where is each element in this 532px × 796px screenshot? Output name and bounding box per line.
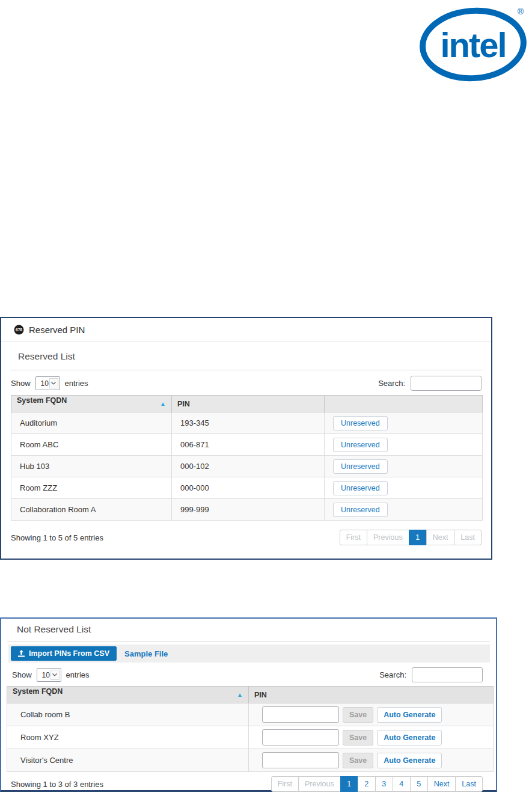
pin-cell: 000-102 — [172, 456, 325, 477]
search-label: Search: — [379, 670, 406, 679]
table-header-row: System FQDN ▲ PIN — [11, 396, 483, 412]
page-length-control: Show 10 entries — [11, 376, 88, 390]
pagination-last: Last — [454, 530, 482, 545]
pagination-page-5[interactable]: 5 — [410, 776, 428, 792]
divider — [10, 370, 483, 370]
table-row: Room ABC 006-871 Unreserved — [11, 434, 483, 456]
sort-ascending-icon: ▲ — [160, 396, 166, 412]
page-size-value: 10 — [42, 671, 50, 679]
entries-summary: Showing 1 to 5 of 5 entries — [11, 533, 103, 542]
search-input[interactable] — [411, 376, 482, 391]
table-header-row: System FQDN ▲ PIN — [7, 687, 494, 703]
pagination: First Previous 1 Next Last — [340, 530, 482, 545]
show-label: Show — [12, 670, 32, 679]
column-header-pin[interactable]: PIN — [249, 687, 494, 703]
auto-generate-button[interactable]: Auto Generate — [377, 707, 442, 723]
intel-logo-text: intel — [440, 25, 506, 64]
pagination-page-1[interactable]: 1 — [409, 530, 427, 545]
pagination-page-3[interactable]: 3 — [375, 776, 393, 792]
action-cell: Unreserved — [325, 456, 483, 477]
search-input[interactable] — [412, 667, 483, 682]
pagination-page-2[interactable]: 2 — [358, 776, 376, 792]
action-cell: Unreserved — [325, 434, 483, 456]
registered-mark: ® — [518, 7, 524, 16]
pagination-previous: Previous — [298, 776, 341, 792]
unreserve-button[interactable]: Unreserved — [333, 438, 388, 452]
entries-label: entries — [66, 670, 90, 679]
column-header-pin[interactable]: PIN — [172, 396, 325, 412]
page-size-select[interactable]: 10 — [35, 376, 60, 390]
table-row: Visitor's Centre Save Auto Generate — [7, 749, 494, 772]
pagination-previous: Previous — [367, 530, 409, 545]
column-header-fqdn[interactable]: System FQDN ▲ — [11, 396, 172, 412]
table-row: Room ZZZ 000-000 Unreserved — [11, 477, 483, 499]
not-reserved-table: System FQDN ▲ PIN Collab room B Save Aut… — [7, 686, 494, 772]
fqdn-cell: Hub 103 — [11, 456, 172, 477]
pagination-first: First — [271, 776, 299, 792]
table-row: Collab room B Save Auto Generate — [7, 703, 494, 726]
fqdn-cell: Room XYZ — [7, 726, 249, 749]
pin-cell: 999-999 — [172, 499, 325, 521]
pagination-last[interactable]: Last — [455, 776, 483, 792]
search-control: Search: — [379, 667, 483, 682]
action-cell: Unreserved — [325, 477, 483, 499]
import-csv-button[interactable]: Import PINs From CSV — [11, 646, 117, 661]
pin-input[interactable] — [262, 729, 339, 745]
search-control: Search: — [378, 376, 482, 391]
page-size-value: 10 — [41, 379, 49, 388]
pin-cell: 000-000 — [172, 477, 325, 499]
divider — [7, 641, 490, 642]
show-label: Show — [11, 379, 31, 388]
pin-circle-icon: 678 — [14, 325, 24, 335]
unreserve-button[interactable]: Unreserved — [333, 503, 388, 517]
pin-input[interactable] — [262, 706, 339, 723]
action-cell: Unreserved — [325, 499, 483, 521]
not-reserved-panel: Not Reserved List Import PINs From CSV S… — [0, 617, 497, 792]
table-controls: Show 10 entries Search: — [12, 667, 483, 682]
entries-summary: Showing 1 to 3 of 3 entries — [11, 780, 103, 789]
save-button: Save — [343, 707, 373, 723]
reserved-list-title: Reserved List — [18, 351, 483, 362]
pin-input[interactable] — [262, 752, 339, 768]
sort-ascending-icon: ▲ — [237, 687, 243, 703]
fqdn-cell: Auditorium — [11, 412, 172, 434]
fqdn-cell: Collab room B — [7, 703, 249, 726]
table-controls: Show 10 entries Search: — [11, 376, 482, 391]
page-size-select[interactable]: 10 — [37, 668, 61, 682]
unreserve-button[interactable]: Unreserved — [333, 416, 388, 430]
pagination-next: Next — [426, 530, 455, 545]
fqdn-cell: Visitor's Centre — [7, 749, 249, 772]
column-header-fqdn[interactable]: System FQDN ▲ — [7, 687, 249, 703]
auto-generate-button[interactable]: Auto Generate — [377, 730, 442, 745]
column-header-actions — [325, 396, 483, 412]
entries-label: entries — [65, 379, 88, 388]
upload-icon — [18, 650, 25, 657]
reserved-pin-panel: 678 Reserved PIN Reserved List Show 10 e… — [0, 317, 492, 560]
search-label: Search: — [378, 379, 405, 388]
pin-cell: Save Auto Generate — [249, 703, 494, 726]
auto-generate-button[interactable]: Auto Generate — [377, 753, 442, 768]
pagination-next[interactable]: Next — [427, 776, 456, 792]
intel-logo: intel ® — [420, 1, 529, 83]
pagination: First Previous 1 2 3 4 5 Next Last — [271, 776, 483, 792]
pagination-page-4[interactable]: 4 — [393, 776, 411, 792]
svg-text:678: 678 — [16, 328, 22, 332]
reserved-table: System FQDN ▲ PIN Auditorium 193-345 Unr… — [11, 395, 483, 521]
save-button: Save — [343, 730, 373, 745]
not-reserved-list-title: Not Reserved List — [17, 624, 490, 635]
pin-cell: Save Auto Generate — [249, 749, 494, 772]
table-row: Collaboration Room A 999-999 Unreserved — [11, 499, 483, 521]
pin-cell: Save Auto Generate — [249, 726, 494, 749]
pin-cell: 006-871 — [172, 434, 325, 456]
pin-cell: 193-345 — [172, 412, 325, 434]
chevron-down-icon — [50, 670, 60, 680]
unreserve-button[interactable]: Unreserved — [333, 459, 388, 474]
pagination-page-1[interactable]: 1 — [340, 776, 358, 792]
unreserve-button[interactable]: Unreserved — [333, 481, 388, 495]
table-row: Auditorium 193-345 Unreserved — [11, 412, 483, 434]
pagination-first: First — [340, 530, 367, 545]
save-button: Save — [343, 753, 373, 768]
fqdn-cell: Room ZZZ — [11, 477, 172, 499]
import-toolbar: Import PINs From CSV Sample File — [8, 644, 490, 663]
sample-file-link[interactable]: Sample File — [124, 649, 168, 658]
